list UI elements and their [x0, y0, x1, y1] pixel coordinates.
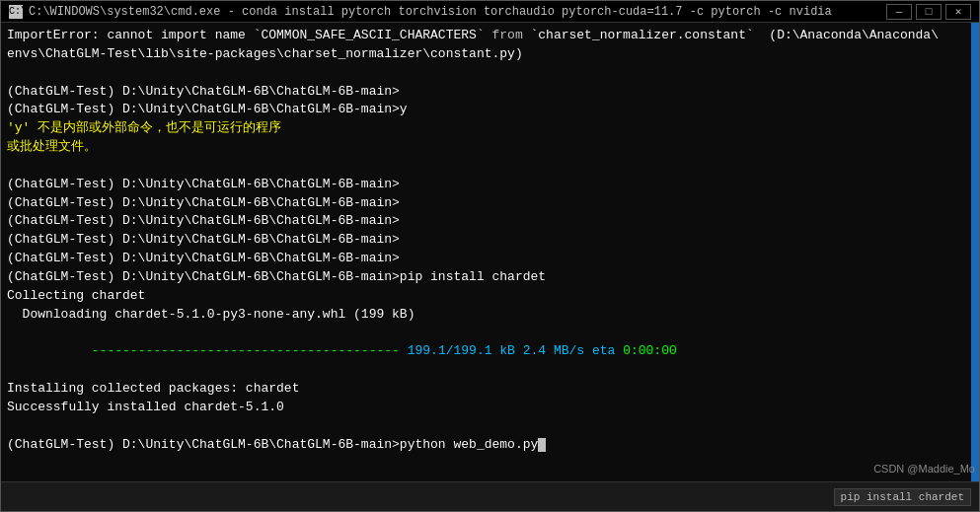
terminal-line: [7, 417, 973, 436]
terminal-line: (ChatGLM-Test) D:\Unity\ChatGLM-6B\ChatG…: [7, 250, 973, 268]
taskbar-right: pip install chardet: [834, 488, 971, 506]
terminal-cursor: [538, 438, 546, 452]
cmd-window: C:\ C:\WINDOWS\system32\cmd.exe - conda …: [0, 0, 980, 512]
terminal-line: [7, 64, 973, 83]
title-bar-left: C:\ C:\WINDOWS\system32\cmd.exe - conda …: [9, 5, 832, 19]
terminal-line: [7, 157, 973, 176]
terminal-progress-line: ----------------------------------------…: [7, 325, 973, 381]
terminal-line: (ChatGLM-Test) D:\Unity\ChatGLM-6B\ChatG…: [7, 194, 973, 213]
close-button[interactable]: ✕: [945, 4, 971, 20]
maximize-button[interactable]: □: [916, 4, 942, 20]
taskbar-item[interactable]: pip install chardet: [834, 488, 971, 506]
terminal-line: envs\ChatGLM-Test\lib\site-packages\char…: [7, 45, 973, 64]
terminal-last-line: (ChatGLM-Test) D:\Unity\ChatGLM-6B\ChatG…: [7, 436, 973, 455]
terminal-line: Collecting chardet: [7, 287, 973, 306]
watermark: CSDN @Maddie_Mo: [873, 462, 975, 477]
terminal-line: (ChatGLM-Test) D:\Unity\ChatGLM-6B\ChatG…: [7, 101, 973, 119]
terminal-line: (ChatGLM-Test) D:\Unity\ChatGLM-6B\ChatG…: [7, 231, 973, 250]
terminal-line: Downloading chardet-5.1.0-py3-none-any.w…: [7, 306, 973, 325]
terminal-body[interactable]: ImportError: cannot import name `COMMON_…: [1, 23, 979, 481]
terminal-line: ImportError: cannot import name `COMMON_…: [7, 27, 973, 45]
minimize-button[interactable]: —: [886, 4, 912, 20]
title-bar: C:\ C:\WINDOWS\system32\cmd.exe - conda …: [1, 1, 979, 23]
cmd-icon: C:\: [9, 5, 23, 19]
window-title: C:\WINDOWS\system32\cmd.exe - conda inst…: [29, 5, 832, 19]
terminal-line: Installing collected packages: chardet: [7, 380, 973, 399]
terminal-line: 或批处理文件。: [7, 138, 973, 157]
taskbar: pip install chardet: [1, 481, 979, 511]
terminal-line: (ChatGLM-Test) D:\Unity\ChatGLM-6B\ChatG…: [7, 83, 973, 102]
window-controls[interactable]: — □ ✕: [886, 4, 971, 20]
terminal-line: (ChatGLM-Test) D:\Unity\ChatGLM-6B\ChatG…: [7, 268, 973, 287]
terminal-line: Successfully installed chardet-5.1.0: [7, 399, 973, 417]
terminal-line: 'y' 不是内部或外部命令，也不是可运行的程序: [7, 119, 973, 138]
scrollbar-indicator[interactable]: [971, 23, 979, 481]
terminal-line: (ChatGLM-Test) D:\Unity\ChatGLM-6B\ChatG…: [7, 212, 973, 231]
terminal-line: (ChatGLM-Test) D:\Unity\ChatGLM-6B\ChatG…: [7, 176, 973, 194]
